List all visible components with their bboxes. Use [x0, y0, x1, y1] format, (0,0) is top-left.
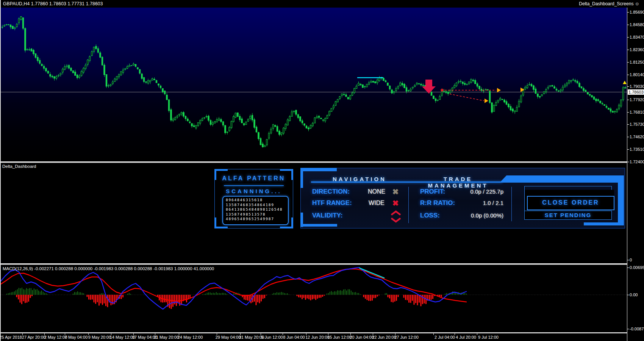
price-axis-column[interactable]: 1.856901.845801.834701.823601.812501.801… [627, 8, 644, 341]
macd-indicator-label: MACD(12,26,9) -0.002271 0.000288 0.00000… [3, 266, 214, 271]
subwindow-label: Delta_Dashboard [2, 164, 36, 169]
dashboard-scale-label: 0 [630, 257, 632, 263]
htf-range-x-icon: ✖ [389, 199, 402, 208]
time-label: 21 May 20:00 [154, 335, 179, 339]
time-label: 14 May 12:00 [110, 335, 135, 339]
scan-matrix-row: 86413865484898126548 [226, 207, 288, 212]
time-label: 29 May 04:00 [216, 335, 241, 339]
hud-decor [300, 168, 337, 171]
orange-triangle-marker [485, 99, 488, 103]
chevron-down-icon [390, 217, 402, 225]
macd-scale-label: 0.006952 [630, 265, 644, 270]
price-label: 1.74620 [630, 134, 644, 139]
macd-trendline [359, 268, 385, 278]
set-pending-button[interactable]: SET PENDING [524, 211, 612, 220]
section-divider [408, 187, 409, 223]
hud-decor [302, 224, 337, 227]
time-label: 27 Apr 20:00 [22, 335, 45, 339]
window-left-border [0, 0, 1, 341]
alfa-pattern-box: ALFA PATTERN SCANNING... 896484631561813… [214, 169, 293, 228]
orange-triangle-marker [497, 88, 501, 92]
macd-main-line [1, 267, 467, 309]
hud-decor [300, 168, 303, 188]
direction-label: DIRECTION: [312, 188, 350, 196]
time-label: 24 May 12:00 [178, 335, 203, 339]
alfa-status: SCANNING... [215, 188, 293, 194]
red-dashed-line [450, 94, 484, 101]
nav-header: NAVIGATION [316, 176, 403, 182]
price-label: 1.75730 [630, 122, 644, 127]
hud-decor [618, 175, 624, 225]
price-label: 1.79030 [630, 84, 644, 89]
price-label: 1.80140 [630, 72, 644, 77]
price-label: 1.82360 [630, 47, 644, 52]
htf-range-label: HTF RANGE: [312, 199, 352, 207]
time-label: 4 Jul 20:00 [456, 335, 476, 339]
price-label: 1.81250 [630, 59, 644, 65]
section-divider [511, 187, 512, 221]
time-label: 12 Jun 20:00 [305, 335, 330, 339]
candles [2, 16, 626, 148]
indicator-name: Delta_Dashboard_Screens [579, 1, 633, 6]
time-label: 31 May 20:00 [239, 335, 264, 339]
axis-separator-line [627, 8, 627, 341]
macd-scale-label: 0.00 [630, 292, 638, 297]
alfa-divider [224, 185, 284, 186]
indicator-title: Delta_Dashboard_Screens ☺ [579, 1, 639, 6]
time-label: 9 Jul 12:00 [478, 335, 499, 339]
dashboard-subwindow: Delta_Dashboard ALFA PATTERN SCANNING...… [1, 163, 627, 263]
main-price-chart[interactable] [1, 8, 627, 161]
time-axis[interactable]: 25 Apr 201827 Apr 20:002 May 12:007 May … [1, 333, 627, 341]
price-label: 1.76810 [630, 109, 644, 115]
macd-subwindow[interactable]: MACD(12,26,9) -0.002271 0.000288 0.00000… [1, 265, 627, 332]
time-label: 22 Jun 20:00 [372, 335, 396, 339]
alfa-scan-matrix: 8964846315618135874683548641898641386548… [222, 196, 289, 225]
time-label: 27 Jun 12:00 [394, 335, 419, 339]
scan-matrix-row: 13587498513578 [226, 212, 288, 217]
loss-value: 0.0p (0.00%) [426, 212, 503, 219]
profit-value: 0.0p / 225.7p [426, 188, 503, 195]
price-label: 1.83470 [630, 34, 644, 40]
macd-chart[interactable] [1, 265, 627, 332]
macd-scale-label: -0.008723 [630, 326, 644, 332]
price-label: 1.85690 [630, 9, 644, 15]
current-price-tag: 1.78603 [628, 89, 644, 95]
price-label: 1.72400 [630, 159, 644, 164]
time-label: 8 Jun 04:00 [283, 335, 305, 339]
sell-arrow-icon [422, 80, 436, 94]
time-label: 15 Jun 12:00 [327, 335, 352, 339]
time-label: 2 Jul 04:00 [435, 335, 455, 339]
hud-wedge [500, 175, 624, 183]
time-label: 2 May 12:00 [44, 335, 67, 339]
hud-decor [584, 222, 624, 225]
alfa-title: ALFA PATTERN [215, 175, 293, 182]
set-pending-label: SET PENDING [525, 211, 611, 219]
scan-matrix-row: 8964846315618 [226, 198, 288, 203]
close-order-button[interactable]: CLOSE ORDER [527, 196, 614, 210]
time-label: 7 May 04:00 [65, 335, 88, 339]
navigation-trade-panel: NAVIGATION TRADE MANAGEMENT DIRECTION: N… [300, 168, 625, 228]
scan-matrix-row: 48965489652549987 [226, 217, 288, 222]
smiley-icon: ☺ [635, 1, 639, 6]
candlestick-chart[interactable] [1, 8, 627, 161]
title-bar: GBPAUD,H4 1.77860 1.78603 1.77731 1.7860… [0, 0, 644, 8]
scan-matrix-row: 13587468354864189 [226, 203, 288, 208]
rr-ratio-value: 1.0 / 2.1 [426, 200, 503, 206]
close-order-label: CLOSE ORDER [528, 197, 614, 209]
time-label: 20 Jun 04:00 [350, 335, 374, 339]
time-label: 9 May 20:00 [88, 335, 111, 339]
price-label: 1.84580 [630, 22, 644, 27]
direction-x-icon: ✖ [389, 187, 402, 196]
validity-label: VALIDITY: [312, 212, 343, 219]
trade-header: TRADE MANAGEMENT [414, 176, 502, 189]
time-label: 5 Jun 12:00 [261, 335, 283, 339]
price-label: 1.73510 [630, 147, 644, 152]
time-label: 25 Apr 2018 [0, 335, 22, 339]
symbol-ohlc: GBPAUD,H4 1.77860 1.78603 1.77731 1.7860… [3, 1, 103, 6]
yellow-triangle-marker [623, 81, 627, 84]
price-label: 1.77920 [630, 97, 644, 102]
